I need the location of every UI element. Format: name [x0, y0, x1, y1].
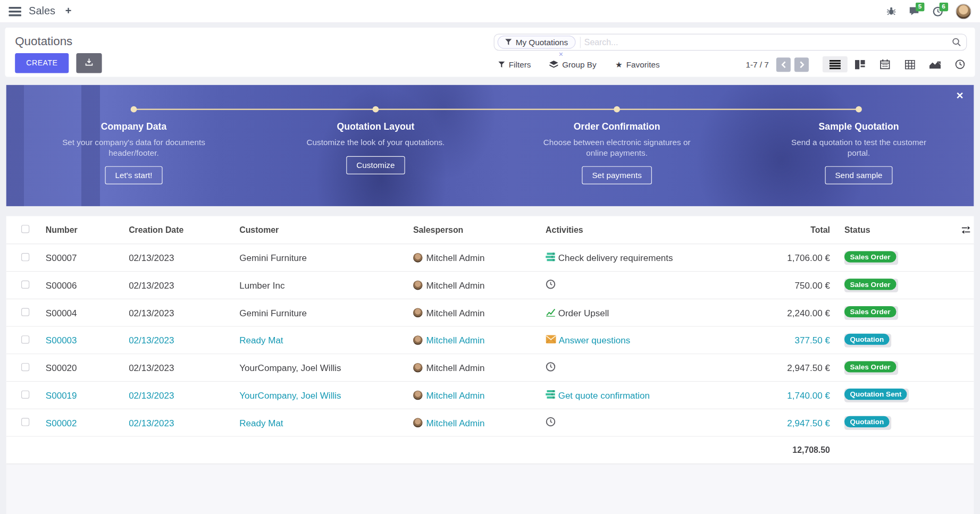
activity-view-icon — [955, 60, 965, 70]
salesperson-avatar — [413, 308, 423, 317]
salesperson-cell: Mitchell Admin — [413, 418, 546, 428]
status-badge: Sales Order — [844, 279, 898, 292]
step-title: Order Confirmation — [539, 121, 695, 132]
apps-menu-icon[interactable] — [9, 6, 21, 16]
row-checkbox[interactable] — [21, 390, 29, 398]
activity-cell[interactable]: Get quote confirmation — [546, 390, 739, 401]
kanban-view-icon — [855, 60, 865, 69]
filter-icon — [498, 61, 505, 68]
column-header-salesperson[interactable]: Salesperson — [413, 225, 546, 235]
quotation-number[interactable]: S00003 — [46, 335, 129, 346]
column-header-total[interactable]: Total — [739, 225, 830, 235]
customer-name: Lumber Inc — [239, 280, 413, 290]
table-row[interactable]: S0001902/13/2023YourCompany, Joel Willis… — [6, 382, 974, 409]
search-input[interactable]: Search... — [580, 37, 952, 48]
table-row[interactable]: S0000402/13/2023Gemini FurnitureMitchell… — [6, 299, 974, 327]
quotation-number[interactable]: S00002 — [46, 418, 129, 428]
salesperson-name: Mitchell Admin — [426, 418, 485, 428]
activity-cell[interactable] — [546, 362, 739, 374]
messages-badge: 5 — [916, 3, 924, 11]
export-button[interactable] — [76, 53, 102, 73]
onboarding-banner: ✕ Company Data Set your company's data f… — [6, 85, 974, 206]
column-header-number[interactable]: Number — [46, 225, 129, 235]
onboarding-step-quotation-layout: Quotation Layout Customize the look of y… — [297, 121, 454, 174]
view-pivot-button[interactable] — [898, 56, 923, 73]
pager-next-button[interactable] — [794, 57, 809, 72]
banner-close-icon[interactable]: ✕ — [956, 90, 964, 101]
search-bar[interactable]: My Quotations × Search... — [494, 33, 967, 50]
table-row[interactable]: S0000602/13/2023Lumber IncMitchell Admin… — [6, 272, 974, 299]
column-header-status[interactable]: Status — [830, 225, 958, 235]
table-row[interactable]: S0000302/13/2023Ready MatMitchell AdminA… — [6, 327, 974, 355]
column-header-activities[interactable]: Activities — [546, 225, 739, 235]
footer-total: 12,708.50 — [739, 445, 830, 455]
envelope-icon — [546, 335, 556, 346]
view-kanban-button[interactable] — [848, 56, 873, 73]
activity-cell[interactable]: Order Upsell — [546, 307, 739, 318]
row-checkbox[interactable] — [21, 418, 29, 426]
salesperson-name: Mitchell Admin — [426, 308, 485, 318]
row-checkbox[interactable] — [21, 252, 29, 260]
search-icon[interactable] — [952, 38, 961, 47]
activities-badge: 6 — [940, 2, 948, 11]
layers-icon — [550, 60, 558, 68]
column-header-customer[interactable]: Customer — [239, 225, 413, 235]
row-checkbox[interactable] — [21, 308, 29, 316]
view-switcher — [823, 56, 973, 73]
select-all-checkbox[interactable] — [21, 225, 29, 233]
table-row[interactable]: S0000202/13/2023Ready MatMitchell Admin2… — [6, 409, 974, 437]
app-root: Sales + 5 6 Quotations CREATE — [0, 0, 980, 514]
quotation-number[interactable]: S00004 — [46, 308, 129, 318]
activity-label: Check delivery requirements — [558, 252, 673, 263]
activity-clock-icon[interactable]: 6 — [933, 6, 943, 16]
activity-cell[interactable] — [546, 417, 739, 428]
quotation-number[interactable]: S00007 — [46, 252, 129, 263]
user-avatar[interactable] — [956, 3, 971, 19]
creation-date: 02/13/2023 — [129, 280, 239, 290]
customer-name: Gemini Furniture — [239, 252, 413, 263]
clock-icon — [546, 417, 556, 428]
table-row[interactable]: S0000702/13/2023Gemini FurnitureMitchell… — [6, 245, 974, 272]
view-graph-button[interactable] — [923, 56, 948, 73]
table-row[interactable]: S0002002/13/2023YourCompany, Joel Willis… — [6, 354, 974, 382]
timeline-dot — [131, 106, 137, 113]
plus-icon[interactable]: + — [65, 5, 72, 18]
filters-label: Filters — [509, 60, 531, 69]
set-payments-button[interactable]: Set payments — [582, 166, 652, 184]
activity-cell[interactable]: Check delivery requirements — [546, 252, 739, 263]
quotation-number[interactable]: S00006 — [46, 280, 129, 290]
clock-icon — [546, 279, 556, 291]
view-activity-button[interactable] — [948, 56, 973, 73]
row-checkbox[interactable] — [21, 280, 29, 288]
app-name[interactable]: Sales — [29, 5, 55, 18]
search-facet[interactable]: My Quotations — [498, 36, 576, 49]
activity-cell[interactable]: Answer questions — [546, 335, 739, 346]
total-amount: 2,240.00 € — [739, 308, 830, 318]
salesperson-name: Mitchell Admin — [426, 252, 485, 263]
view-calendar-button[interactable] — [873, 56, 898, 73]
facet-remove-icon[interactable]: × — [559, 50, 563, 58]
step-description: Choose between electronic signatures or … — [539, 138, 695, 158]
view-list-button[interactable] — [823, 56, 848, 73]
activity-cell[interactable] — [546, 279, 739, 291]
messages-icon[interactable]: 5 — [909, 6, 920, 16]
optional-columns-icon[interactable] — [958, 225, 974, 234]
favorites-button[interactable]: ★ Favorites — [615, 60, 660, 69]
column-header-creation-date[interactable]: Creation Date — [129, 225, 239, 235]
filters-button[interactable]: Filters — [498, 60, 531, 69]
status-label: Quotation — [844, 416, 890, 427]
lets-start-button[interactable]: Let's start! — [105, 166, 163, 184]
bug-icon[interactable] — [886, 6, 897, 16]
pager-previous-button[interactable] — [776, 57, 791, 72]
send-sample-button[interactable]: Send sample — [825, 166, 893, 184]
table-body: S0000702/13/2023Gemini FurnitureMitchell… — [6, 245, 974, 437]
salesperson-cell: Mitchell Admin — [413, 308, 546, 318]
quotation-number[interactable]: S00020 — [46, 363, 129, 373]
row-checkbox[interactable] — [21, 363, 29, 370]
page-title: Quotations — [15, 35, 353, 48]
customize-button[interactable]: Customize — [347, 156, 405, 174]
row-checkbox[interactable] — [21, 335, 29, 343]
create-button[interactable]: CREATE — [15, 53, 69, 73]
quotation-number[interactable]: S00019 — [46, 390, 129, 400]
group-by-button[interactable]: Group By — [550, 60, 597, 69]
